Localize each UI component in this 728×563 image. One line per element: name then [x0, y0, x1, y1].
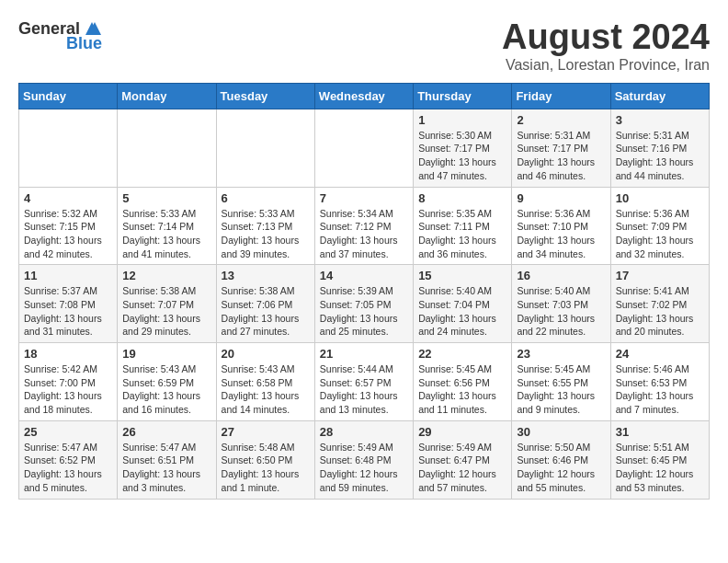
calendar-cell: 9Sunrise: 5:36 AM Sunset: 7:10 PM Daylig… [512, 187, 610, 265]
calendar-cell: 15Sunrise: 5:40 AM Sunset: 7:04 PM Dayli… [414, 265, 512, 343]
cell-info: Sunrise: 5:36 AM Sunset: 7:09 PM Dayligh… [616, 207, 704, 261]
calendar-cell: 11Sunrise: 5:37 AM Sunset: 7:08 PM Dayli… [19, 265, 118, 343]
cell-day-number: 11 [24, 269, 112, 282]
calendar-cell: 28Sunrise: 5:49 AM Sunset: 6:48 PM Dayli… [314, 420, 413, 499]
calendar-cell: 13Sunrise: 5:38 AM Sunset: 7:06 PM Dayli… [216, 265, 314, 343]
cell-day-number: 5 [122, 191, 210, 205]
cell-info: Sunrise: 5:47 AM Sunset: 6:52 PM Dayligh… [24, 441, 112, 495]
cell-info: Sunrise: 5:44 AM Sunset: 6:57 PM Dayligh… [320, 362, 408, 417]
cell-day-number: 16 [517, 269, 605, 282]
calendar-cell: 22Sunrise: 5:45 AM Sunset: 6:56 PM Dayli… [414, 343, 512, 421]
calendar-cell: 17Sunrise: 5:41 AM Sunset: 7:02 PM Dayli… [610, 265, 709, 343]
calendar-cell: 20Sunrise: 5:43 AM Sunset: 6:58 PM Dayli… [216, 343, 314, 421]
cell-info: Sunrise: 5:33 AM Sunset: 7:13 PM Dayligh… [222, 207, 310, 261]
cell-info: Sunrise: 5:31 AM Sunset: 7:17 PM Dayligh… [517, 129, 605, 183]
cell-day-number: 9 [517, 191, 605, 205]
calendar-cell: 2Sunrise: 5:31 AM Sunset: 7:17 PM Daylig… [512, 109, 610, 187]
calendar-cell [19, 109, 118, 187]
cell-info: Sunrise: 5:40 AM Sunset: 7:04 PM Dayligh… [418, 284, 506, 339]
cell-info: Sunrise: 5:30 AM Sunset: 7:17 PM Dayligh… [418, 129, 506, 183]
calendar-cell: 10Sunrise: 5:36 AM Sunset: 7:09 PM Dayli… [610, 187, 709, 265]
calendar-cell: 16Sunrise: 5:40 AM Sunset: 7:03 PM Dayli… [512, 265, 610, 343]
calendar-cell: 12Sunrise: 5:38 AM Sunset: 7:07 PM Dayli… [118, 265, 216, 343]
cell-day-number: 29 [418, 425, 506, 439]
cell-info: Sunrise: 5:34 AM Sunset: 7:12 PM Dayligh… [320, 207, 408, 261]
cell-day-number: 28 [320, 425, 408, 439]
calendar-day-header: Monday [118, 83, 216, 109]
logo: General Blue [18, 18, 102, 52]
calendar-cell: 24Sunrise: 5:46 AM Sunset: 6:53 PM Dayli… [610, 343, 709, 421]
calendar-cell: 19Sunrise: 5:43 AM Sunset: 6:59 PM Dayli… [118, 343, 216, 421]
cell-day-number: 19 [122, 347, 210, 361]
cell-info: Sunrise: 5:31 AM Sunset: 7:16 PM Dayligh… [616, 129, 704, 183]
cell-day-number: 25 [24, 425, 112, 439]
title-area: August 2024 Vasian, Lorestan Province, I… [502, 18, 710, 74]
calendar-cell: 25Sunrise: 5:47 AM Sunset: 6:52 PM Dayli… [19, 420, 118, 499]
cell-day-number: 27 [222, 425, 310, 439]
cell-info: Sunrise: 5:38 AM Sunset: 7:07 PM Dayligh… [122, 284, 210, 339]
cell-day-number: 18 [24, 347, 112, 361]
cell-info: Sunrise: 5:39 AM Sunset: 7:05 PM Dayligh… [320, 284, 408, 339]
cell-day-number: 13 [222, 269, 310, 282]
calendar-day-header: Tuesday [216, 83, 314, 109]
cell-info: Sunrise: 5:36 AM Sunset: 7:10 PM Dayligh… [517, 207, 605, 261]
calendar-cell: 5Sunrise: 5:33 AM Sunset: 7:14 PM Daylig… [118, 187, 216, 265]
cell-info: Sunrise: 5:32 AM Sunset: 7:15 PM Dayligh… [24, 207, 112, 261]
cell-info: Sunrise: 5:33 AM Sunset: 7:14 PM Dayligh… [122, 207, 210, 261]
cell-info: Sunrise: 5:45 AM Sunset: 6:56 PM Dayligh… [418, 362, 506, 417]
calendar-cell: 8Sunrise: 5:35 AM Sunset: 7:11 PM Daylig… [414, 187, 512, 265]
cell-info: Sunrise: 5:47 AM Sunset: 6:51 PM Dayligh… [122, 441, 210, 495]
cell-day-number: 31 [616, 425, 704, 439]
calendar-week-row: 4Sunrise: 5:32 AM Sunset: 7:15 PM Daylig… [19, 187, 710, 265]
cell-day-number: 7 [320, 191, 408, 205]
cell-day-number: 24 [616, 347, 704, 361]
calendar-week-row: 11Sunrise: 5:37 AM Sunset: 7:08 PM Dayli… [19, 265, 710, 343]
calendar-cell: 14Sunrise: 5:39 AM Sunset: 7:05 PM Dayli… [314, 265, 413, 343]
calendar-day-header: Sunday [19, 83, 118, 109]
calendar-cell: 6Sunrise: 5:33 AM Sunset: 7:13 PM Daylig… [216, 187, 314, 265]
calendar-week-row: 18Sunrise: 5:42 AM Sunset: 7:00 PM Dayli… [19, 343, 710, 421]
calendar-header-row: SundayMondayTuesdayWednesdayThursdayFrid… [19, 83, 710, 109]
cell-day-number: 22 [418, 347, 506, 361]
calendar-cell: 7Sunrise: 5:34 AM Sunset: 7:12 PM Daylig… [314, 187, 413, 265]
cell-day-number: 21 [320, 347, 408, 361]
calendar-day-header: Wednesday [314, 83, 413, 109]
calendar-cell [314, 109, 413, 187]
cell-day-number: 8 [418, 191, 506, 205]
cell-day-number: 4 [24, 191, 112, 205]
calendar-cell: 27Sunrise: 5:48 AM Sunset: 6:50 PM Dayli… [216, 420, 314, 499]
main-title: August 2024 [502, 18, 710, 57]
cell-day-number: 1 [418, 113, 506, 127]
calendar-cell [118, 109, 216, 187]
calendar-cell: 4Sunrise: 5:32 AM Sunset: 7:15 PM Daylig… [19, 187, 118, 265]
cell-info: Sunrise: 5:38 AM Sunset: 7:06 PM Dayligh… [222, 284, 310, 339]
cell-info: Sunrise: 5:42 AM Sunset: 7:00 PM Dayligh… [24, 362, 112, 417]
cell-info: Sunrise: 5:46 AM Sunset: 6:53 PM Dayligh… [616, 362, 704, 417]
calendar-week-row: 25Sunrise: 5:47 AM Sunset: 6:52 PM Dayli… [19, 420, 710, 499]
cell-day-number: 17 [616, 269, 704, 282]
calendar-cell [216, 109, 314, 187]
calendar-day-header: Saturday [610, 83, 709, 109]
cell-day-number: 23 [517, 347, 605, 361]
cell-info: Sunrise: 5:51 AM Sunset: 6:45 PM Dayligh… [616, 441, 704, 495]
cell-info: Sunrise: 5:43 AM Sunset: 6:58 PM Dayligh… [222, 362, 310, 417]
cell-info: Sunrise: 5:41 AM Sunset: 7:02 PM Dayligh… [616, 284, 704, 339]
cell-day-number: 2 [517, 113, 605, 127]
calendar-cell: 18Sunrise: 5:42 AM Sunset: 7:00 PM Dayli… [19, 343, 118, 421]
page-header: General Blue August 2024 Vasian, Loresta… [18, 18, 710, 74]
cell-day-number: 12 [122, 269, 210, 282]
calendar-header: SundayMondayTuesdayWednesdayThursdayFrid… [19, 83, 710, 109]
logo-blue: Blue [66, 35, 102, 52]
cell-day-number: 14 [320, 269, 408, 282]
cell-day-number: 10 [616, 191, 704, 205]
cell-day-number: 26 [122, 425, 210, 439]
cell-day-number: 15 [418, 269, 506, 282]
calendar-cell: 23Sunrise: 5:45 AM Sunset: 6:55 PM Dayli… [512, 343, 610, 421]
calendar-cell: 1Sunrise: 5:30 AM Sunset: 7:17 PM Daylig… [414, 109, 512, 187]
cell-day-number: 30 [517, 425, 605, 439]
calendar-body: 1Sunrise: 5:30 AM Sunset: 7:17 PM Daylig… [19, 109, 710, 499]
calendar-week-row: 1Sunrise: 5:30 AM Sunset: 7:17 PM Daylig… [19, 109, 710, 187]
calendar-cell: 3Sunrise: 5:31 AM Sunset: 7:16 PM Daylig… [610, 109, 709, 187]
cell-info: Sunrise: 5:37 AM Sunset: 7:08 PM Dayligh… [24, 284, 112, 339]
calendar-cell: 30Sunrise: 5:50 AM Sunset: 6:46 PM Dayli… [512, 420, 610, 499]
